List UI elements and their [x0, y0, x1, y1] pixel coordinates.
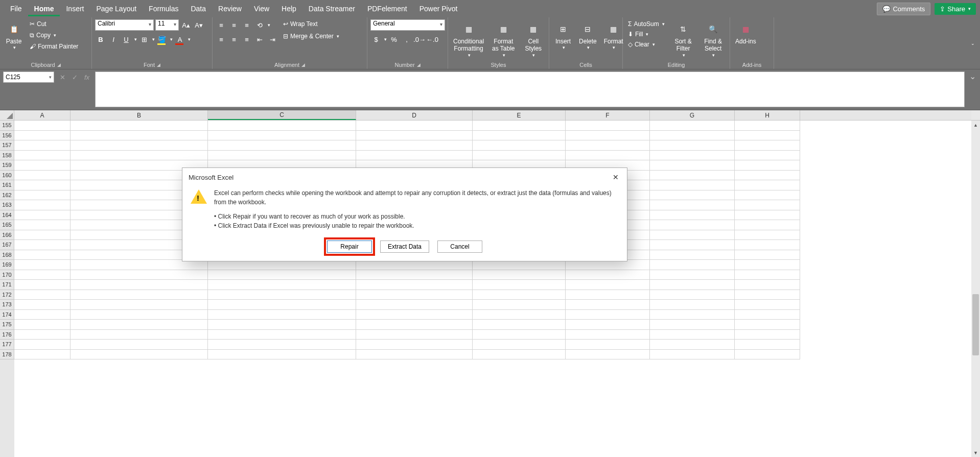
- tab-insert[interactable]: Insert: [60, 1, 90, 16]
- font-size-select[interactable]: 11: [155, 19, 179, 31]
- fill-color-button[interactable]: 🪣: [156, 34, 168, 45]
- row-header-156[interactable]: 156: [0, 131, 14, 141]
- format-painter-button[interactable]: 🖌Format Painter: [28, 42, 80, 51]
- row-header-158[interactable]: 158: [0, 151, 14, 161]
- format-cells-button[interactable]: ▦Format▾: [602, 19, 625, 52]
- decrease-indent-button[interactable]: ⇤: [254, 34, 265, 45]
- italic-button[interactable]: I: [108, 34, 119, 45]
- row-header-170[interactable]: 170: [0, 270, 14, 280]
- column-header-A[interactable]: A: [14, 110, 71, 120]
- row-header-165[interactable]: 165: [0, 220, 14, 230]
- share-button[interactable]: ⇪ Share ▾: [935, 3, 976, 15]
- row-header-172[interactable]: 172: [0, 290, 14, 300]
- column-header-G[interactable]: G: [650, 110, 735, 120]
- column-header-B[interactable]: B: [71, 110, 208, 120]
- chevron-down-icon[interactable]: ▾: [268, 22, 270, 28]
- tab-help[interactable]: Help: [275, 1, 302, 16]
- insert-cells-button[interactable]: ⊞Insert▾: [552, 19, 574, 52]
- align-bottom-button[interactable]: ≡: [241, 19, 252, 31]
- row-header-160[interactable]: 160: [0, 171, 14, 181]
- vertical-scrollbar[interactable]: ▲ ▼: [971, 121, 980, 457]
- row-header-174[interactable]: 174: [0, 310, 14, 320]
- wrap-text-button[interactable]: ↩Wrap Text: [281, 19, 341, 29]
- select-all-corner[interactable]: [0, 110, 14, 120]
- row-header-157[interactable]: 157: [0, 140, 14, 151]
- row-header-173[interactable]: 173: [0, 300, 14, 310]
- align-top-button[interactable]: ≡: [216, 19, 227, 31]
- find-select-button[interactable]: 🔍Find & Select▾: [699, 19, 727, 59]
- dialog-launcher-icon[interactable]: ◢: [301, 62, 305, 67]
- align-center-button[interactable]: ≡: [228, 34, 240, 45]
- bold-button[interactable]: B: [95, 34, 106, 45]
- scroll-up-arrow[interactable]: ▲: [971, 121, 980, 129]
- conditional-formatting-button[interactable]: ▦Conditional Formatting▾: [451, 19, 486, 59]
- column-header-E[interactable]: E: [473, 110, 566, 120]
- align-right-button[interactable]: ≡: [241, 34, 252, 45]
- tab-pdfelement[interactable]: PDFelement: [361, 1, 413, 16]
- tab-review[interactable]: Review: [212, 1, 248, 16]
- scroll-down-arrow[interactable]: ▼: [971, 448, 980, 457]
- underline-button[interactable]: U: [121, 34, 132, 45]
- increase-decimal-button[interactable]: .0→: [414, 34, 425, 45]
- dialog-launcher-icon[interactable]: ◢: [57, 62, 61, 67]
- paste-button[interactable]: 📋 Paste ▾: [3, 19, 25, 52]
- row-header-178[interactable]: 178: [0, 350, 14, 360]
- row-header-177[interactable]: 177: [0, 340, 14, 350]
- column-header-D[interactable]: D: [356, 110, 473, 120]
- increase-font-button[interactable]: A▴: [180, 19, 192, 31]
- addins-button[interactable]: ▦Add-ins: [733, 19, 758, 46]
- dialog-launcher-icon[interactable]: ◢: [417, 62, 421, 67]
- scroll-thumb[interactable]: [972, 294, 979, 355]
- name-box[interactable]: C125▾: [3, 71, 54, 83]
- row-header-167[interactable]: 167: [0, 240, 14, 250]
- insert-function-button[interactable]: fx: [82, 72, 92, 82]
- comma-format-button[interactable]: ,: [401, 34, 412, 45]
- format-as-table-button[interactable]: ▦Format as Table▾: [489, 19, 518, 59]
- percent-format-button[interactable]: %: [388, 34, 400, 45]
- comments-button[interactable]: 💬 Comments: [877, 3, 930, 15]
- merge-center-button[interactable]: ⊟Merge & Center▾: [281, 32, 341, 41]
- tab-home[interactable]: Home: [28, 1, 60, 16]
- cancel-formula-button[interactable]: ✕: [57, 72, 67, 82]
- accounting-format-button[interactable]: $: [370, 34, 382, 45]
- decrease-decimal-button[interactable]: ←.0: [427, 34, 438, 45]
- dialog-close-button[interactable]: ✕: [611, 172, 621, 182]
- increase-indent-button[interactable]: ⇥: [267, 34, 278, 45]
- tab-data[interactable]: Data: [184, 1, 212, 16]
- sort-filter-button[interactable]: ⇅Sort & Filter▾: [670, 19, 697, 59]
- font-color-button[interactable]: A: [174, 34, 185, 45]
- formula-input[interactable]: [95, 71, 965, 107]
- row-header-159[interactable]: 159: [0, 160, 14, 171]
- tab-data-streamer[interactable]: Data Streamer: [302, 1, 361, 16]
- delete-cells-button[interactable]: ⊟Delete▾: [577, 19, 599, 52]
- align-left-button[interactable]: ≡: [216, 34, 227, 45]
- tab-page-layout[interactable]: Page Layout: [90, 1, 143, 16]
- dialog-launcher-icon[interactable]: ◢: [157, 62, 160, 67]
- tab-file[interactable]: File: [4, 1, 28, 16]
- collapse-ribbon-button[interactable]: ⌄: [971, 41, 975, 46]
- row-header-155[interactable]: 155: [0, 121, 14, 131]
- cut-button[interactable]: ✂Cut: [28, 19, 80, 29]
- copy-button[interactable]: ⧉Copy▾: [28, 31, 80, 40]
- autosum-button[interactable]: ΣAutoSum▾: [626, 19, 667, 29]
- column-header-C[interactable]: C: [208, 110, 356, 120]
- cell-styles-button[interactable]: ▦Cell Styles▾: [521, 19, 546, 59]
- row-header-166[interactable]: 166: [0, 230, 14, 240]
- chevron-down-icon[interactable]: ▾: [384, 37, 387, 42]
- fill-button[interactable]: ⬇Fill▾: [626, 30, 667, 39]
- align-middle-button[interactable]: ≡: [228, 19, 240, 31]
- column-header-F[interactable]: F: [566, 110, 650, 120]
- row-header-176[interactable]: 176: [0, 330, 14, 340]
- decrease-font-button[interactable]: A▾: [193, 19, 204, 31]
- cancel-button[interactable]: Cancel: [437, 240, 482, 253]
- column-header-H[interactable]: H: [735, 110, 800, 120]
- tab-power-pivot[interactable]: Power Pivot: [413, 1, 464, 16]
- clear-button[interactable]: ◇Clear▾: [626, 40, 667, 49]
- row-header-169[interactable]: 169: [0, 260, 14, 270]
- chevron-down-icon[interactable]: ▾: [170, 37, 173, 42]
- extract-data-button[interactable]: Extract Data: [380, 240, 429, 253]
- chevron-down-icon[interactable]: ▾: [134, 37, 137, 42]
- expand-formula-bar-button[interactable]: ⌄: [968, 71, 977, 81]
- repair-button[interactable]: Repair: [327, 240, 372, 253]
- chevron-down-icon[interactable]: ▾: [188, 37, 191, 42]
